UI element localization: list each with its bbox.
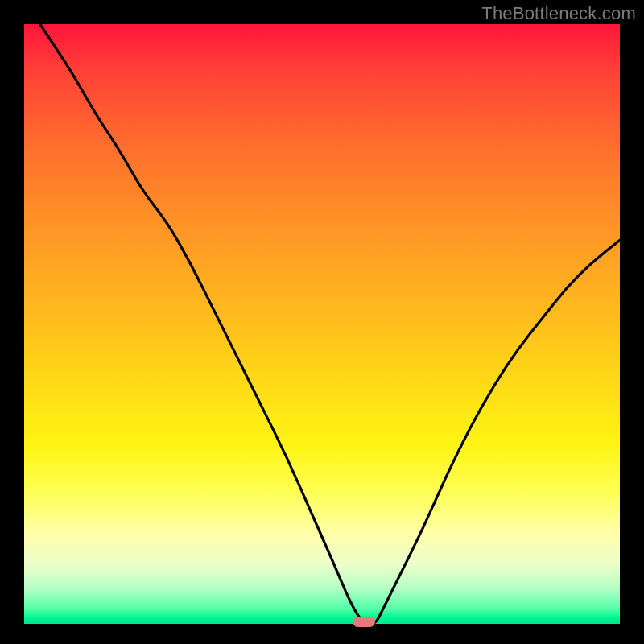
- plot-area: [24, 24, 620, 624]
- chart-frame: TheBottleneck.com: [0, 0, 644, 644]
- watermark-text: TheBottleneck.com: [481, 3, 636, 24]
- optimal-marker: [353, 617, 375, 627]
- bottleneck-curve: [24, 24, 620, 624]
